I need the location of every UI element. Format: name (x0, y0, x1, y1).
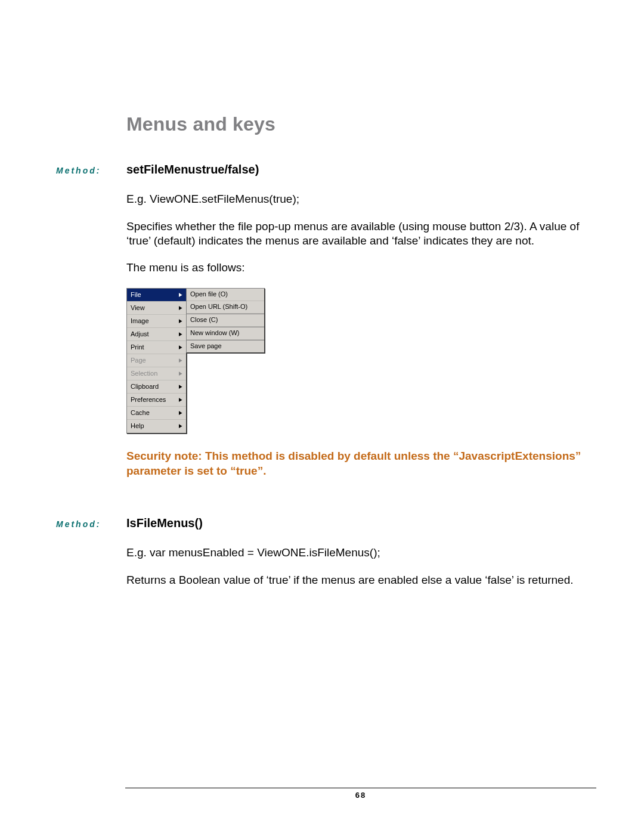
menu-item-help: Help ▶ (127, 420, 186, 433)
menu-item-clipboard: Clipboard ▶ (127, 380, 186, 394)
menu-item-label: Page (131, 357, 146, 365)
method1-body: E.g. ViewONE.setFileMenus(true); Specifi… (126, 192, 590, 478)
menu-item-file: File ▶ (127, 289, 186, 302)
menu-item-adjust: Adjust ▶ (127, 328, 186, 341)
menu-item-page: Page ▶ (127, 354, 186, 367)
method-heading-row: Method: setFileMenustrue/false) (56, 163, 590, 176)
submenu-item-new-window: New window (W) (187, 327, 264, 340)
menu-item-label: Cache (131, 409, 150, 417)
page-number: 68 (355, 791, 366, 800)
submenu-arrow-icon: ▶ (179, 305, 182, 311)
menu-screenshot: File ▶ View ▶ Image ▶ Adjust ▶ Print ▶ (126, 288, 265, 439)
menu-item-image: Image ▶ (127, 315, 186, 328)
submenu-arrow-icon: ▶ (179, 397, 182, 403)
submenu-arrow-icon: ▶ (179, 410, 182, 416)
submenu-item-open-file: Open file (O) (187, 289, 264, 301)
submenu-arrow-icon: ▶ (179, 318, 182, 324)
menu-item-label: Clipboard (131, 383, 159, 391)
method-label: Method: (56, 166, 126, 175)
method-name-setfilemenus: setFileMenustrue/false) (126, 163, 259, 176)
menu-item-label: View (131, 304, 145, 312)
submenu-arrow-icon: ▶ (179, 423, 182, 429)
method-description: Returns a Boolean value of ‘true’ if the… (126, 573, 590, 587)
context-menu-main: File ▶ View ▶ Image ▶ Adjust ▶ Print ▶ (126, 288, 187, 433)
submenu-item-open-url: Open URL (Shift-O) (187, 301, 264, 314)
menu-item-cache: Cache ▶ (127, 407, 186, 420)
menu-item-preferences: Preferences ▶ (127, 394, 186, 407)
menu-item-label: Help (131, 422, 144, 431)
submenu-arrow-icon: ▶ (179, 357, 182, 364)
security-note: Security note: This method is disabled b… (126, 449, 590, 478)
menu-item-selection: Selection ▶ (127, 367, 186, 380)
submenu-arrow-icon: ▶ (179, 383, 182, 390)
method2-body: E.g. var menusEnabled = ViewONE.isFileMe… (126, 546, 590, 587)
menu-intro: The menu is as follows: (126, 261, 590, 275)
submenu-arrow-icon: ▶ (179, 331, 182, 337)
document-page: Menus and keys Method: setFileMenustrue/… (0, 0, 644, 833)
method-description: Specifies whether the file pop-up menus … (126, 219, 590, 248)
context-menu-sub: Open file (O) Open URL (Shift-O) Close (… (186, 288, 265, 353)
section-title: Menus and keys (126, 113, 590, 135)
page-footer: 68 (125, 788, 596, 800)
menu-item-label: Selection (131, 370, 157, 378)
submenu-item-close: Close (C) (187, 314, 264, 327)
menu-item-label: Print (131, 343, 144, 352)
submenu-arrow-icon: ▶ (179, 292, 182, 298)
menu-item-label: Preferences (131, 396, 166, 404)
method-heading-row: Method: IsFileMenus() (56, 516, 590, 530)
method-label: Method: (56, 519, 126, 529)
menu-item-label: Image (131, 317, 149, 326)
menu-item-print: Print ▶ (127, 341, 186, 354)
example-code: E.g. var menusEnabled = ViewONE.isFileMe… (126, 546, 590, 560)
submenu-arrow-icon: ▶ (179, 344, 182, 351)
menu-item-label: File (131, 291, 141, 299)
menu-item-label: Adjust (131, 330, 149, 339)
submenu-item-save-page: Save page (187, 340, 264, 352)
menu-item-view: View ▶ (127, 302, 186, 315)
method-name-isfilemenus: IsFileMenus() (126, 516, 203, 530)
submenu-arrow-icon: ▶ (179, 370, 182, 377)
example-code: E.g. ViewONE.setFileMenus(true); (126, 192, 590, 206)
